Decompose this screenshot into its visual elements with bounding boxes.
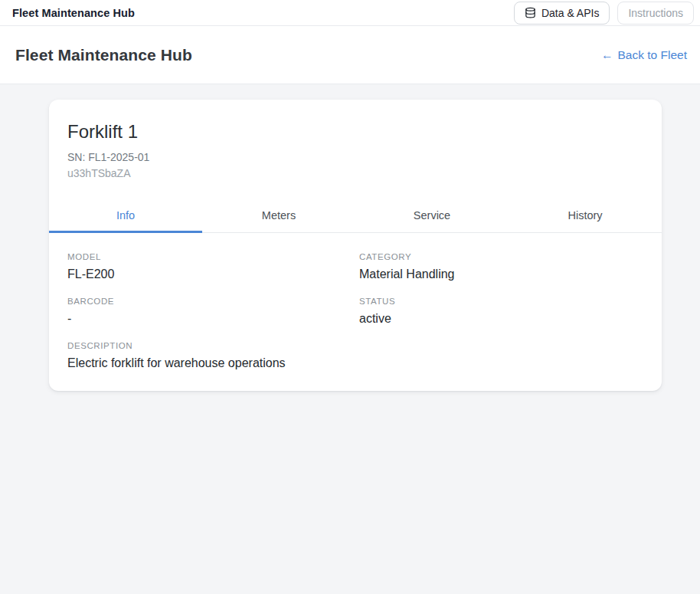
top-bar: Fleet Maintenance Hub Data & APIs Instru… — [0, 0, 700, 26]
field-description-label: DESCRIPTION — [67, 341, 352, 350]
tab-history[interactable]: History — [509, 199, 662, 232]
instructions-button-label: Instructions — [628, 6, 683, 20]
tab-service[interactable]: Service — [355, 199, 509, 232]
field-barcode: BARCODE - — [67, 297, 352, 326]
database-icon — [525, 7, 536, 18]
field-model-value: FL-E200 — [67, 267, 352, 281]
back-to-fleet-label: Back to Fleet — [618, 48, 687, 62]
asset-serial-number: SN: FL1-2025-01 — [67, 151, 643, 163]
main-content: Forklift 1 SN: FL1-2025-01 u33hTSbaZA In… — [0, 84, 700, 594]
tab-meters[interactable]: Meters — [202, 199, 355, 232]
field-barcode-label: BARCODE — [67, 297, 352, 306]
instructions-button[interactable]: Instructions — [617, 2, 694, 25]
arrow-left-icon: ← — [601, 48, 613, 62]
app-title: Fleet Maintenance Hub — [12, 7, 135, 19]
field-status: STATUS active — [359, 297, 643, 326]
data-apis-button-label: Data & APIs — [541, 6, 599, 20]
asset-name: Forklift 1 — [67, 121, 643, 143]
field-model: MODEL FL-E200 — [67, 252, 352, 281]
field-category-value: Material Handling — [359, 267, 643, 281]
asset-tabs: Info Meters Service History — [49, 199, 662, 233]
field-model-label: MODEL — [67, 252, 352, 261]
tab-info[interactable]: Info — [49, 199, 202, 232]
field-description: DESCRIPTION Electric forklift for wareho… — [67, 341, 352, 370]
asset-card-header: Forklift 1 SN: FL1-2025-01 u33hTSbaZA — [49, 100, 662, 199]
field-category-label: CATEGORY — [359, 252, 643, 261]
asset-info-panel: MODEL FL-E200 CATEGORY Material Handling… — [49, 233, 662, 391]
asset-uid: u33hTSbaZA — [67, 167, 643, 179]
data-apis-button[interactable]: Data & APIs — [514, 2, 610, 25]
app-window: Fleet Maintenance Hub Data & APIs Instru… — [0, 0, 700, 594]
field-description-value: Electric forklift for warehouse operatio… — [67, 356, 352, 370]
asset-card: Forklift 1 SN: FL1-2025-01 u33hTSbaZA In… — [49, 100, 662, 391]
field-status-label: STATUS — [359, 297, 643, 306]
top-bar-actions: Data & APIs Instructions — [514, 2, 694, 25]
field-status-value: active — [359, 312, 643, 326]
field-barcode-value: - — [67, 312, 352, 326]
page-header: Fleet Maintenance Hub ← Back to Fleet — [0, 26, 700, 84]
field-category: CATEGORY Material Handling — [359, 252, 643, 281]
page-title: Fleet Maintenance Hub — [15, 46, 192, 64]
back-to-fleet-link[interactable]: ← Back to Fleet — [601, 48, 687, 62]
